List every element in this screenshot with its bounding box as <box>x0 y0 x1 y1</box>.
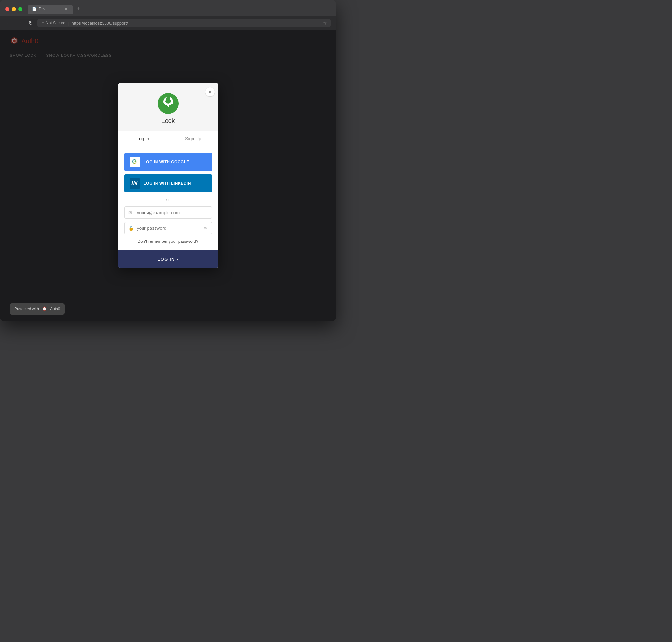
url-divider: | <box>68 21 69 26</box>
protected-badge: Protected with Auth0 <box>10 304 65 314</box>
tab-bar: 📄 Dev × + <box>28 4 331 14</box>
lock-header: Lock <box>118 84 218 131</box>
lock-body: G LOG IN WITH GOOGLE in LOG IN WITH LINK… <box>118 146 218 250</box>
tab-close-button[interactable]: × <box>63 7 68 12</box>
google-icon-box: G <box>129 157 140 167</box>
browser-tab[interactable]: 📄 Dev × <box>28 4 73 14</box>
browser-chrome: 📄 Dev × + ← → ↻ ⚠ Not Secure | https://l… <box>0 0 336 30</box>
page-content: Auth0 SHOW LOCK SHOW LOCK+PASSWORDLESS × <box>0 30 336 321</box>
lock-logo <box>158 93 179 114</box>
bookmark-icon[interactable]: ☆ <box>323 21 327 26</box>
tab-page-icon: 📄 <box>32 7 37 11</box>
refresh-button[interactable]: ↻ <box>27 20 34 27</box>
title-bar: 📄 Dev × + <box>0 0 336 16</box>
or-divider: or <box>124 197 212 202</box>
google-login-button[interactable]: G LOG IN WITH GOOGLE <box>124 153 212 171</box>
show-password-icon[interactable]: 👁 <box>204 226 208 231</box>
email-icon: ✉ <box>128 210 132 215</box>
auth0-badge-label: Auth0 <box>50 307 60 311</box>
login-submit-button[interactable]: LOG IN › <box>118 250 218 268</box>
lock-tabs: Log In Sign Up <box>118 131 218 146</box>
address-bar[interactable]: ⚠ Not Secure | https://localhost:3000/su… <box>37 19 331 27</box>
back-button[interactable]: ← <box>5 20 13 27</box>
lock-logo-svg <box>158 93 179 114</box>
warning-icon: ⚠ <box>41 21 45 25</box>
new-tab-button[interactable]: + <box>74 5 83 13</box>
modal-overlay: × Lock <box>0 30 336 321</box>
password-input-wrapper: 🔒 👁 <box>124 222 212 234</box>
page-background: Auth0 SHOW LOCK SHOW LOCK+PASSWORDLESS × <box>0 30 336 321</box>
forgot-password-link[interactable]: Don't remember your password? <box>124 239 212 244</box>
maximize-window-button[interactable] <box>18 7 22 11</box>
login-button-label: LOG IN › <box>157 257 179 261</box>
svg-rect-5 <box>167 105 169 107</box>
lock-icon: 🔒 <box>128 226 134 231</box>
protected-label: Protected with <box>14 307 39 311</box>
svg-point-3 <box>166 97 170 101</box>
password-input[interactable] <box>124 222 212 234</box>
security-indicator: ⚠ Not Secure <box>41 21 65 25</box>
tab-signup[interactable]: Sign Up <box>168 131 218 146</box>
forward-button[interactable]: → <box>16 20 24 27</box>
minimize-window-button[interactable] <box>12 7 16 11</box>
auth0-badge-icon <box>41 306 47 312</box>
tab-login[interactable]: Log In <box>118 131 168 146</box>
email-input-wrapper: ✉ <box>124 206 212 219</box>
linkedin-icon: in <box>131 180 138 187</box>
lock-modal: × Lock <box>118 84 218 268</box>
google-button-label: LOG IN WITH GOOGLE <box>144 160 189 164</box>
url-display: https://localhost:3000/support/ <box>72 21 128 26</box>
modal-close-button[interactable]: × <box>205 87 215 97</box>
navigation-bar: ← → ↻ ⚠ Not Secure | https://localhost:3… <box>0 16 336 30</box>
close-window-button[interactable] <box>5 7 10 11</box>
linkedin-login-button[interactable]: in LOG IN WITH LINKEDIN <box>124 174 212 192</box>
google-icon: G <box>132 158 137 165</box>
linkedin-icon-box: in <box>129 178 140 189</box>
email-input[interactable] <box>124 206 212 219</box>
traffic-lights <box>5 7 22 11</box>
lock-title: Lock <box>161 117 175 125</box>
tab-label: Dev <box>39 7 46 11</box>
linkedin-button-label: LOG IN WITH LINKEDIN <box>144 181 191 186</box>
